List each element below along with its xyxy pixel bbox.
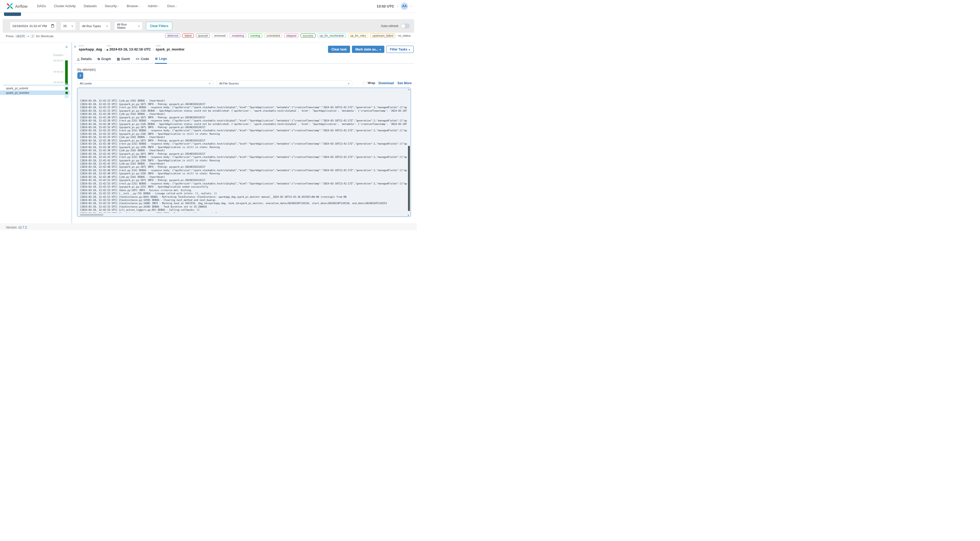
nav-item[interactable]: Datasets▾ [84, 4, 97, 8]
auto-refresh-toggle[interactable] [401, 24, 410, 29]
state-badge[interactable]: up_for_retry [348, 33, 368, 38]
state-badge[interactable]: success [301, 33, 315, 38]
nav-item[interactable]: Admin▾ [148, 4, 159, 8]
run-states-select[interactable]: All Run States∨ [114, 22, 142, 30]
vertical-scroll-thumb[interactable] [408, 146, 410, 211]
log-line: [2024-03-18, 13:42:43 UTC] {pyspark_pi.p… [80, 152, 407, 156]
tab-icon: ≣ [155, 57, 158, 60]
tab-icon: ▤ [117, 57, 120, 61]
calendar-icon[interactable] [51, 24, 54, 28]
log-line: [2024-03-18, 13:42:38 UTC] {job.py:216} … [80, 149, 407, 152]
log-line: [2024-03-18, 13:42:48 UTC] {rest.py:231}… [80, 169, 407, 172]
file-source-select[interactable]: All File Sources∨ [216, 81, 352, 86]
log-line: [2024-03-18, 13:42:53 UTC] {taskinstance… [80, 205, 407, 208]
vertical-scrollbar[interactable]: ▲ [408, 89, 410, 213]
horizontal-scroll-thumb[interactable] [80, 214, 103, 216]
mark-state-as-button[interactable]: Mark state as...▾ [352, 46, 384, 53]
scroll-right-icon[interactable]: ▸ [408, 214, 409, 216]
partial-grid-element [4, 13, 21, 16]
collapse-sidebar-icon[interactable]: « [65, 45, 68, 49]
download-link[interactable]: Download [379, 81, 394, 85]
tab-label: Details [81, 57, 92, 61]
breadcrumb: » DAG sparkapp_dag / Run ▶2024-03-18, 13… [74, 44, 185, 51]
breadcrumb-run-value[interactable]: ▶2024-03-18, 13:42:16 UTC [107, 47, 151, 51]
version-link[interactable]: v2.7.2 [18, 226, 27, 229]
state-badge[interactable]: restarting [230, 33, 246, 38]
task-row[interactable]: spark_pi_submit [0, 86, 70, 91]
tab[interactable]: ≣ Logs [155, 56, 167, 64]
nav-item[interactable]: DAGs▾ [37, 4, 46, 8]
tab-label: Gantt [121, 57, 130, 61]
task-row[interactable]: spark_pi_monitor [0, 91, 70, 95]
detail-tabs: △ Details ⧉ Graph ▤ Gantt <> Code ≣ Logs [74, 56, 414, 64]
base-date-input[interactable]: 03/18/2024, 01:52:47 PM [10, 22, 57, 30]
breadcrumb-dag-value[interactable]: sparkapp_dag [79, 47, 102, 51]
nav-item[interactable]: Cluster Activity▾ [54, 4, 76, 8]
state-badge[interactable]: queued [196, 33, 210, 38]
sidebar-divider[interactable] [71, 43, 72, 223]
tab[interactable]: <> Code [136, 56, 149, 63]
utc-clock[interactable]: 13:52 UTC [377, 4, 394, 8]
horizontal-scrollbar[interactable] [79, 214, 405, 216]
wrap-checkbox[interactable] [363, 81, 366, 85]
run-types-value: All Run Types [82, 24, 101, 28]
task-list: spark_pi_submit spark_pi_monitor [0, 86, 70, 95]
clock-caret-icon[interactable]: ▾ [397, 5, 398, 8]
tab[interactable]: △ Details [77, 56, 92, 63]
expand-panel-icon[interactable]: » [74, 44, 76, 49]
nav-item[interactable]: Security▾ [105, 4, 119, 8]
task-instance-cell[interactable] [65, 92, 68, 94]
scroll-up-icon[interactable]: ▲ [408, 89, 410, 90]
state-badge[interactable]: no_status [398, 34, 411, 37]
log-level-select[interactable]: All Levels∨ [77, 81, 213, 86]
attempt-1-button[interactable]: 1 [77, 72, 83, 79]
log-level-value: All Levels [80, 82, 92, 85]
state-badge[interactable]: scheduled [264, 33, 282, 38]
state-badge[interactable]: running [248, 33, 262, 38]
dag-run-duration-bar[interactable]: ▶ [65, 60, 68, 84]
page-size-select[interactable]: 25∨ [60, 22, 76, 30]
breadcrumb-task-label: Task [156, 44, 185, 47]
log-line: [2024-03-18, 13:42:53 UTC] {taskinstance… [80, 195, 407, 199]
log-line: [2024-03-18, 13:42:38 UTC] {pyspark_pi.p… [80, 139, 407, 142]
see-more-link[interactable]: See More [398, 81, 412, 85]
state-badge[interactable]: skipped [284, 33, 299, 38]
duration-tick: 00:00:37 [53, 59, 63, 62]
state-badge[interactable]: deferred [165, 33, 180, 38]
chevron-down-icon: ∨ [106, 25, 108, 27]
page-size-value: 25 [63, 24, 67, 28]
nav-item[interactable]: Browse▾ [127, 4, 140, 8]
filter-tasks-button[interactable]: Filter Tasks▾ [386, 46, 414, 53]
footer: Version: v2.7.2 [0, 223, 417, 230]
chevron-down-icon: ∨ [71, 25, 73, 27]
manual-run-play-icon: ▶ [66, 83, 67, 84]
log-line: [2024-03-18, 13:42:53 UTC] {local_task_j… [80, 212, 407, 213]
state-badge[interactable]: up_for_reschedule [318, 33, 346, 38]
clear-task-button[interactable]: Clear task [328, 46, 350, 53]
state-badge[interactable]: failed [182, 33, 194, 38]
avatar-caret-icon[interactable]: ▾ [410, 5, 412, 8]
tab[interactable]: ▤ Gantt [117, 56, 130, 63]
log-line: [2024-03-18, 13:42:53 UTC] {rest.py:231}… [80, 182, 407, 185]
task-name: spark_pi_submit [6, 87, 28, 90]
airflow-logo[interactable]: Airflow [5, 2, 27, 11]
nav-item[interactable]: Docs▾ [167, 4, 177, 8]
user-avatar[interactable]: AA [401, 3, 408, 10]
log-line: [2024-03-18, 13:42:38 UTC] {rest.py:231}… [80, 142, 407, 145]
tab[interactable]: ⧉ Graph [97, 56, 111, 63]
brand-name: Airflow [15, 4, 27, 8]
log-line: [2024-03-18, 13:42:48 UTC] {pyspark_pi.p… [80, 165, 407, 169]
run-type-play-icon: ▶ [107, 48, 109, 51]
chevron-down-icon: ▾ [138, 5, 140, 8]
log-line: [2024-03-18, 13:42:53 UTC] {pyspark_pi.p… [80, 185, 407, 188]
log-line: [2024-03-18, 13:42:23 UTC] {pyspark_pi.p… [80, 103, 407, 106]
shift-key-badge: shift [14, 34, 26, 38]
clear-filters-button[interactable]: Clear Filters [146, 22, 172, 30]
breadcrumb-task-value[interactable]: spark_pi_monitor [156, 47, 185, 51]
state-badge[interactable]: upstream_failed [370, 33, 395, 38]
run-types-select[interactable]: All Run Types∨ [80, 22, 111, 30]
log-line: [2024-03-18, 13:42:33 UTC] {pyspark_pi.p… [80, 126, 407, 129]
task-instance-cell[interactable] [65, 87, 68, 89]
state-badge[interactable]: removed [212, 33, 228, 38]
duration-axis-label: Duration [53, 54, 63, 57]
